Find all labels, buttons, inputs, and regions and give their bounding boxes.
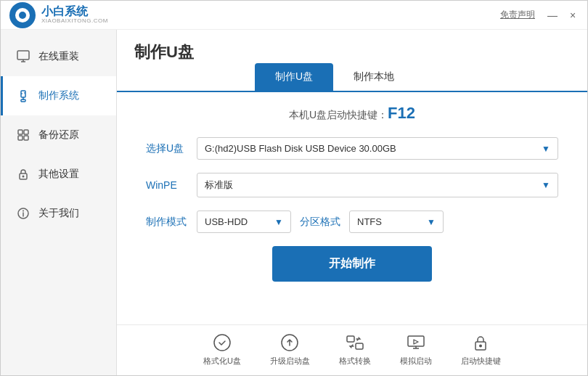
toolbar-boot-shortcut-label: 启动快捷键	[461, 356, 501, 367]
tab-bar: 制作U盘 制作本地	[117, 63, 587, 92]
sidebar-item-about-us[interactable]: 关于我们	[1, 194, 116, 233]
bottom-toolbar: 格式化U盘 升级启动盘	[117, 324, 587, 376]
svg-rect-10	[18, 136, 23, 140]
svg-point-17	[214, 335, 230, 351]
upload-circle-icon	[279, 332, 300, 353]
sidebar-item-other-settings[interactable]: 其他设置	[1, 155, 116, 194]
logo-text: 小白系统 XIAOBAIXITONG.COM	[41, 5, 108, 24]
start-make-button[interactable]: 开始制作	[272, 246, 432, 282]
tab-make-usb[interactable]: 制作U盘	[255, 63, 333, 91]
svg-rect-11	[24, 136, 28, 140]
monitor-icon	[15, 49, 31, 65]
content-area: 制作U盘 制作U盘 制作本地 本机U盘启动快捷键：F12 选择U盘 G:(hd2…	[117, 30, 587, 376]
svg-rect-8	[18, 130, 23, 134]
sidebar-label-online-reinstall: 在线重装	[38, 50, 79, 63]
info-icon	[15, 205, 31, 221]
close-button[interactable]: ×	[567, 9, 579, 21]
disclaimer-link[interactable]: 免责声明	[500, 9, 535, 21]
winpe-label: WinPE	[146, 179, 197, 191]
usb-select-value: G:(hd2)USB Flash Disk USB Device 30.00GB	[205, 143, 396, 154]
toolbar-simulate-boot[interactable]: 模拟启动	[400, 332, 432, 367]
logo-sub-text: XIAOBAIXITONG.COM	[41, 18, 108, 25]
winpe-value: 标准版	[205, 179, 233, 192]
toolbar-upgrade-boot-label: 升级启动盘	[270, 356, 310, 367]
shortcut-hint-text: 本机U盘启动快捷键：	[289, 109, 388, 120]
sidebar-item-make-system[interactable]: 制作系统	[1, 76, 116, 115]
sidebar-label-about-us: 关于我们	[38, 207, 79, 220]
tab-make-local[interactable]: 制作本地	[333, 63, 415, 91]
svg-point-25	[479, 345, 482, 348]
lock-icon	[15, 166, 31, 182]
usb-select-dropdown[interactable]: G:(hd2)USB Flash Disk USB Device 30.00GB…	[197, 137, 558, 160]
page-header: 制作U盘	[117, 30, 587, 63]
mode-partition-row: 制作模式 USB-HDD ▼ 分区格式 NTFS ▼	[146, 211, 558, 233]
winpe-dropdown[interactable]: 标准版 ▼	[197, 173, 558, 197]
shortcut-key: F12	[388, 104, 415, 122]
winpe-row: WinPE 标准版 ▼	[146, 173, 558, 197]
toolbar-format-usb-label: 格式化U盘	[203, 356, 241, 367]
toolbar-simulate-boot-label: 模拟启动	[400, 356, 432, 367]
toolbar-format-usb[interactable]: 格式化U盘	[203, 332, 241, 367]
partition-format-arrow-icon: ▼	[427, 217, 436, 227]
svg-point-13	[23, 176, 25, 178]
make-mode-value: USB-HDD	[205, 216, 248, 227]
toolbar-format-convert[interactable]: 格式转换	[339, 332, 371, 367]
logo-area: 小白系统 XIAOBAIXITONG.COM	[9, 2, 108, 28]
toolbar-boot-shortcut[interactable]: 启动快捷键	[461, 332, 501, 367]
minimize-button[interactable]: —	[547, 9, 558, 21]
shortcut-hint: 本机U盘启动快捷键：F12	[146, 104, 558, 123]
sidebar-label-other-settings: 其他设置	[38, 168, 79, 181]
make-mode-arrow-icon: ▼	[274, 217, 283, 227]
usb-format-icon	[212, 332, 232, 353]
form-area: 本机U盘启动快捷键：F12 选择U盘 G:(hd2)USB Flash Disk…	[117, 92, 587, 324]
title-bar: 小白系统 XIAOBAIXITONG.COM 免责声明 — ×	[1, 1, 587, 30]
sidebar-item-backup-restore[interactable]: 备份还原	[1, 115, 116, 155]
key-lock-icon	[470, 332, 491, 353]
make-mode-dropdown[interactable]: USB-HDD ▼	[197, 211, 291, 233]
partition-format-value: NTFS	[357, 216, 382, 227]
logo-icon	[9, 2, 36, 28]
sidebar-item-online-reinstall[interactable]: 在线重装	[1, 37, 116, 76]
title-bar-right: 免责声明 — ×	[500, 9, 579, 21]
convert-icon	[345, 332, 365, 353]
logo-main-text: 小白系统	[41, 5, 108, 18]
usb-select-label: 选择U盘	[146, 142, 197, 155]
svg-rect-19	[347, 336, 354, 342]
toolbar-upgrade-boot[interactable]: 升级启动盘	[270, 332, 310, 367]
usb-select-row: 选择U盘 G:(hd2)USB Flash Disk USB Device 30…	[146, 137, 558, 160]
partition-format-label: 分区格式	[300, 216, 340, 229]
svg-rect-9	[24, 130, 28, 134]
winpe-arrow-icon: ▼	[542, 180, 550, 190]
usb-icon	[15, 88, 31, 104]
usb-select-arrow-icon: ▼	[542, 144, 550, 154]
make-mode-label: 制作模式	[146, 216, 197, 229]
svg-rect-5	[21, 99, 25, 102]
sidebar-label-make-system: 制作系统	[38, 89, 79, 102]
partition-format-dropdown[interactable]: NTFS ▼	[349, 211, 444, 233]
desktop-play-icon	[406, 332, 426, 353]
svg-rect-20	[356, 343, 363, 349]
sidebar-label-backup-restore: 备份还原	[38, 128, 79, 142]
window-controls: — ×	[547, 9, 579, 21]
main-layout: 在线重装 制作系统	[1, 30, 587, 376]
svg-rect-0	[17, 51, 29, 60]
page-title: 制作U盘	[134, 41, 194, 63]
toolbar-format-convert-label: 格式转换	[339, 356, 371, 367]
svg-point-16	[23, 211, 24, 212]
grid-icon	[15, 127, 31, 143]
sidebar: 在线重装 制作系统	[1, 30, 117, 376]
